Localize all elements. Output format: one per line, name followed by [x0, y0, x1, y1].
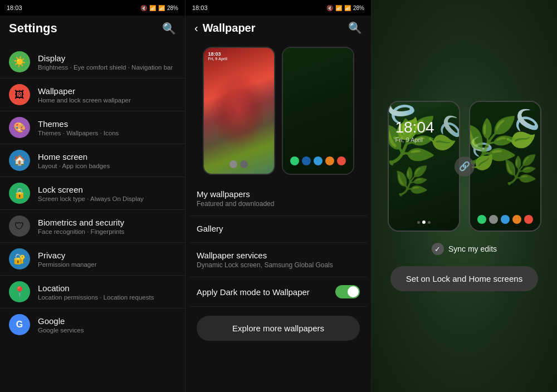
my-wallpapers-option[interactable]: My wallpapers Featured and downloaded: [190, 182, 367, 216]
themes-desc: Themes · Wallpapers · Icons: [38, 130, 176, 136]
lock-time: 18:04: [395, 119, 434, 136]
settings-item-privacy[interactable]: 🔐 Privacy Permission manager: [0, 243, 185, 276]
leaf-deco-4: 🍃: [496, 102, 540, 155]
google-text: Google Google services: [38, 316, 176, 334]
settings-item-wallpaper[interactable]: 🖼 Wallpaper Home and lock screen wallpap…: [0, 79, 185, 111]
phone-preview-2[interactable]: [282, 47, 354, 175]
privacy-icon: 🔐: [9, 248, 30, 270]
wallpaper-services-title: Wallpaper services: [197, 251, 360, 260]
my-wallpapers-desc: Featured and downloaded: [197, 200, 360, 208]
biometrics-text: Biometrics and security Face recognition…: [38, 218, 176, 235]
wallpaper-services-option[interactable]: Wallpaper services Dynamic Lock screen, …: [190, 243, 367, 277]
wallpaper-name: Wallpaper: [38, 86, 176, 96]
app-dot-5: [314, 156, 323, 165]
lock-bottom-indicators: [389, 220, 459, 224]
google-name: Google: [38, 316, 176, 326]
app-dot-1: [229, 160, 237, 168]
settings-item-biometrics[interactable]: 🛡 Biometrics and security Face recogniti…: [0, 210, 185, 243]
gallery-option[interactable]: Gallery: [190, 216, 367, 243]
wifi-icon: 📶: [149, 5, 156, 11]
preview-bottom-2: [283, 156, 353, 165]
biometrics-desc: Face recognition · Fingerprints: [38, 228, 176, 235]
biometrics-icon: 🛡: [9, 215, 30, 237]
settings-item-google[interactable]: G Google Google services: [0, 308, 185, 341]
location-desc: Location permissions · Location requests: [38, 294, 176, 301]
lock-screen-preview[interactable]: 🍃 🍃 🌿 18:04 Fri, 9 April: [388, 101, 460, 232]
display-text: Display Brightness · Eye comfort shield …: [38, 53, 176, 71]
lock-dot-3: [428, 221, 431, 224]
wallpaper-search-icon[interactable]: 🔍: [348, 21, 362, 35]
preview-phones-container: 🍃 🍃 🌿 18:04 Fri, 9 April 🔗 🍃 🍃 🌿: [388, 101, 541, 232]
homescreen-text: Home screen Layout · App icon badges: [38, 152, 176, 169]
preview-bottom-1: [204, 160, 274, 168]
display-icon: ☀️: [9, 51, 30, 72]
status-icons-1: 🔇 📶 📶 28%: [140, 5, 178, 11]
wallpaper-header-left: ‹ Wallpaper: [194, 22, 256, 35]
lockscreen-name: Lock screen: [38, 185, 176, 194]
my-wallpapers-title: My wallpapers: [197, 189, 360, 199]
status-bar-1: 18:03 🔇 📶 📶 28%: [0, 0, 185, 16]
gallery-title: Gallery: [197, 224, 360, 233]
sync-row: ✓ Sync my edits: [432, 243, 497, 255]
homescreen-icon: 🏠: [9, 150, 30, 171]
leaves-wallpaper-home: 🍃 🍃 🌿: [470, 102, 540, 231]
wallpaper-options-list: My wallpapers Featured and downloaded Ga…: [185, 182, 371, 392]
status-bar-2: 18:03 🔇 📶 📶 28%: [185, 0, 371, 16]
lockscreen-icon: 🔒: [9, 183, 30, 204]
set-wallpaper-button[interactable]: Set on Lock and Home screens: [390, 266, 538, 291]
mute-icon: 🔇: [140, 5, 147, 11]
homescreen-name: Home screen: [38, 152, 176, 161]
preview-panel: 🍃 🍃 🌿 18:04 Fri, 9 April 🔗 🍃 🍃 🌿: [372, 0, 557, 392]
home-app-dot-1: [477, 215, 486, 224]
dark-mode-toggle-row: Apply Dark mode to Wallpaper: [190, 277, 367, 307]
dark-mode-label: Apply Dark mode to Wallpaper: [197, 287, 310, 297]
back-button[interactable]: ‹: [194, 22, 198, 35]
settings-item-display[interactable]: ☀️ Display Brightness · Eye comfort shie…: [0, 46, 185, 79]
leaf-deco-6: 🌿: [503, 154, 538, 186]
settings-item-lockscreen[interactable]: 🔒 Lock screen Screen lock type · Always …: [0, 177, 185, 210]
link-icon: 🔗: [455, 156, 475, 177]
lock-dot-1: [417, 221, 420, 224]
signal-icon-2: 📶: [344, 5, 351, 11]
settings-item-themes[interactable]: 🎨 Themes Themes · Wallpapers · Icons: [0, 111, 185, 144]
app-dot-7: [337, 156, 346, 165]
mute-icon-2: 🔇: [326, 5, 333, 11]
toggle-knob: [348, 286, 359, 297]
settings-search-icon[interactable]: 🔍: [162, 22, 176, 35]
wallpaper-icon: 🖼: [9, 84, 30, 105]
home-app-dot-5: [524, 215, 533, 224]
google-icon: G: [9, 314, 30, 335]
wallpaper-desc: Home and lock screen wallpaper: [38, 97, 176, 104]
dark-mode-switch[interactable]: [335, 285, 360, 298]
location-icon: 📍: [9, 281, 30, 302]
location-name: Location: [38, 283, 176, 293]
app-dot-3: [290, 156, 299, 165]
wallpaper-panel: 18:03 🔇 📶 📶 28% ‹ Wallpaper 🔍 18:03 Fri,…: [185, 0, 372, 392]
wallpaper-header: ‹ Wallpaper 🔍: [185, 16, 371, 40]
explore-wallpapers-button[interactable]: Explore more wallpapers: [197, 316, 360, 341]
wallpaper-services-desc: Dynamic Lock screen, Samsung Global Goal…: [197, 261, 360, 269]
lock-preview-content: 18:04 Fri, 9 April: [395, 119, 434, 143]
settings-item-location[interactable]: 📍 Location Location permissions · Locati…: [0, 276, 185, 308]
display-desc: Brightness · Eye comfort shield · Naviga…: [38, 64, 176, 71]
themes-icon: 🎨: [9, 117, 30, 138]
lockscreen-desc: Screen lock type · Always On Display: [38, 195, 176, 202]
status-time-1: 18:03: [7, 4, 22, 11]
status-icons-2: 🔇 📶 📶 28%: [326, 5, 364, 11]
privacy-text: Privacy Permission manager: [38, 251, 176, 268]
battery-text: 28%: [167, 5, 178, 11]
sync-check-icon: ✓: [432, 243, 444, 255]
wallpaper-title: Wallpaper: [203, 22, 256, 35]
home-preview-bottom: [470, 215, 540, 224]
flower-wallpaper: 18:03 Fri, 9 April: [204, 48, 274, 174]
sync-label: Sync my edits: [448, 244, 497, 253]
phone-preview-1[interactable]: 18:03 Fri, 9 April: [203, 47, 275, 175]
settings-list: ☀️ Display Brightness · Eye comfort shie…: [0, 41, 185, 392]
home-screen-preview[interactable]: 🍃 🍃 🌿: [469, 101, 541, 232]
wallpaper-text: Wallpaper Home and lock screen wallpaper: [38, 86, 176, 104]
leaf-deco-5: 🍃: [470, 133, 503, 175]
settings-item-homescreen[interactable]: 🏠 Home screen Layout · App icon badges: [0, 144, 185, 177]
lock-date: Fri, 9 April: [395, 136, 434, 143]
settings-panel: 18:03 🔇 📶 📶 28% Settings 🔍 ☀️ Display Br…: [0, 0, 185, 392]
battery-text-2: 28%: [353, 5, 364, 11]
